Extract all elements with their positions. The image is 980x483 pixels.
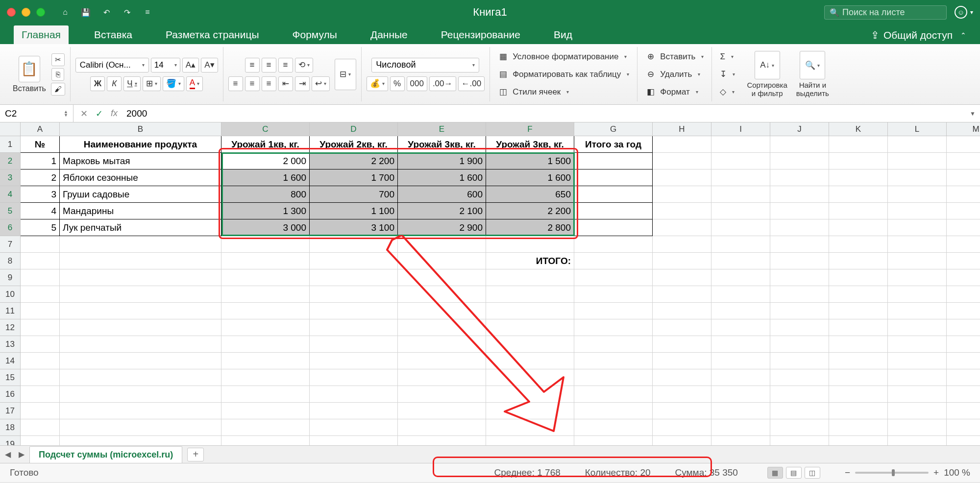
cell[interactable]: [398, 336, 486, 353]
cell[interactable]: [770, 336, 829, 353]
cell[interactable]: ИТОГО:: [486, 253, 574, 269]
paste-button[interactable]: 📋 Вставить: [10, 54, 49, 95]
autosum-button[interactable]: Σ▾: [717, 49, 736, 64]
cell[interactable]: [711, 353, 770, 369]
cell[interactable]: [947, 386, 980, 403]
cell[interactable]: [60, 353, 221, 369]
cell[interactable]: [947, 236, 980, 253]
cell[interactable]: [711, 303, 770, 319]
cell[interactable]: [486, 419, 574, 436]
cell[interactable]: [829, 436, 888, 446]
cell[interactable]: [21, 419, 60, 436]
cell[interactable]: [310, 236, 398, 253]
name-box[interactable]: C2 ▲▼: [0, 105, 74, 122]
cell[interactable]: [221, 286, 310, 303]
cell[interactable]: [829, 153, 888, 169]
cancel-formula-button[interactable]: ✕: [80, 108, 88, 119]
cell[interactable]: [770, 219, 829, 236]
align-center-button[interactable]: ≡: [245, 76, 260, 91]
cell[interactable]: [770, 153, 829, 169]
expand-formula-bar-button[interactable]: ▼: [965, 110, 980, 117]
cell[interactable]: 2 800: [486, 219, 574, 236]
accept-formula-button[interactable]: ✓: [96, 108, 103, 119]
row-header-10[interactable]: 10: [0, 286, 21, 303]
cell[interactable]: [221, 336, 310, 353]
cell[interactable]: Яблоки сезонные: [60, 169, 221, 186]
cell[interactable]: [21, 403, 60, 419]
cell[interactable]: [486, 319, 574, 336]
fill-color-button[interactable]: 🪣▾: [163, 76, 184, 91]
cell[interactable]: [770, 186, 829, 203]
cell[interactable]: [310, 386, 398, 403]
cell[interactable]: [486, 386, 574, 403]
cell[interactable]: [653, 186, 711, 203]
sheet-search[interactable]: 🔍: [824, 5, 947, 20]
increase-font-button[interactable]: A▴: [182, 58, 199, 72]
cell[interactable]: [21, 236, 60, 253]
cell[interactable]: [653, 419, 711, 436]
wrap-text-button[interactable]: ↩▾: [312, 76, 330, 91]
insert-cells-button[interactable]: ⊕Вставить▾: [642, 49, 707, 64]
cell[interactable]: [21, 336, 60, 353]
cell[interactable]: [770, 253, 829, 269]
cell[interactable]: [888, 169, 947, 186]
cell[interactable]: [653, 353, 711, 369]
italic-button[interactable]: К: [107, 76, 122, 91]
cell[interactable]: 1 900: [398, 153, 486, 169]
cell[interactable]: [829, 236, 888, 253]
col-header-E[interactable]: E: [398, 122, 486, 136]
cell[interactable]: [574, 286, 653, 303]
tab-view[interactable]: Вид: [546, 25, 580, 44]
col-header-K[interactable]: K: [829, 122, 888, 136]
cell[interactable]: [310, 286, 398, 303]
cell[interactable]: [829, 186, 888, 203]
row-header-9[interactable]: 9: [0, 269, 21, 286]
cell[interactable]: [711, 136, 770, 153]
cell[interactable]: [60, 386, 221, 403]
cell[interactable]: [486, 336, 574, 353]
cell[interactable]: [21, 286, 60, 303]
cell[interactable]: [947, 403, 980, 419]
cell[interactable]: [60, 286, 221, 303]
cell[interactable]: [653, 203, 711, 219]
cell[interactable]: [221, 253, 310, 269]
col-header-A[interactable]: A: [21, 122, 60, 136]
cell[interactable]: [947, 169, 980, 186]
col-header-F[interactable]: F: [486, 122, 574, 136]
cell[interactable]: Урожай 3кв, кг.: [486, 136, 574, 153]
tab-page-layout[interactable]: Разметка страницы: [158, 25, 267, 44]
row-header-16[interactable]: 16: [0, 386, 21, 403]
save-icon[interactable]: 💾: [80, 7, 91, 18]
formula-input[interactable]: [124, 108, 965, 119]
cell[interactable]: [653, 386, 711, 403]
cell[interactable]: 2 100: [398, 203, 486, 219]
col-header-H[interactable]: H: [653, 122, 711, 136]
cell[interactable]: [947, 303, 980, 319]
cell[interactable]: [829, 203, 888, 219]
cell[interactable]: 1 600: [221, 169, 310, 186]
cell[interactable]: [770, 303, 829, 319]
tab-review[interactable]: Рецензирование: [433, 25, 528, 44]
cell[interactable]: [310, 419, 398, 436]
cell[interactable]: 3 100: [310, 219, 398, 236]
row-header-14[interactable]: 14: [0, 353, 21, 369]
cell[interactable]: [221, 236, 310, 253]
cell[interactable]: [770, 353, 829, 369]
merge-cells-button[interactable]: ⊟▾: [335, 59, 356, 90]
cell[interactable]: [947, 253, 980, 269]
cell[interactable]: 1 600: [398, 169, 486, 186]
align-right-button[interactable]: ≡: [262, 76, 276, 91]
home-icon[interactable]: ⌂: [60, 7, 71, 18]
cell[interactable]: [947, 319, 980, 336]
tab-data[interactable]: Данные: [363, 25, 416, 44]
cell[interactable]: [60, 253, 221, 269]
row-header-2[interactable]: 2: [0, 153, 21, 169]
cell[interactable]: Марковь мытая: [60, 153, 221, 169]
row-header-17[interactable]: 17: [0, 403, 21, 419]
search-input[interactable]: [842, 7, 956, 18]
increase-indent-button[interactable]: ⇥: [295, 76, 310, 91]
row-header-18[interactable]: 18: [0, 419, 21, 436]
cell[interactable]: [310, 336, 398, 353]
cell[interactable]: [711, 386, 770, 403]
cell[interactable]: [888, 186, 947, 203]
